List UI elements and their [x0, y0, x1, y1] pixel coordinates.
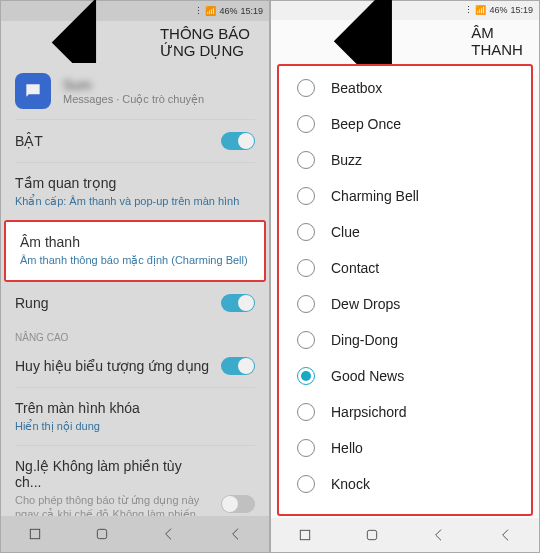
radio-icon[interactable]: [297, 115, 315, 133]
sound-label: Knock: [331, 476, 370, 492]
menu-nav-icon[interactable]: [498, 527, 514, 543]
svg-rect-3: [367, 530, 376, 539]
messages-icon: [15, 73, 51, 109]
dnd-title: Ng.lệ Không làm phiền tùy ch...: [15, 458, 205, 490]
menu-nav-icon[interactable]: [228, 526, 244, 542]
page-title: THÔNG BÁO ỨNG DỤNG: [160, 25, 257, 60]
sound-item[interactable]: Knock: [279, 466, 531, 502]
radio-icon[interactable]: [297, 187, 315, 205]
badge-toggle[interactable]: [221, 357, 255, 375]
sound-label: Good News: [331, 368, 404, 384]
app-name: Sum: [63, 77, 255, 93]
lock-title: Trên màn hình khóa: [15, 400, 140, 416]
dnd-row[interactable]: Ng.lệ Không làm phiền tùy ch... Cho phép…: [1, 446, 269, 516]
sound-label: Buzz: [331, 152, 362, 168]
on-label: BẬT: [15, 133, 43, 149]
sound-item[interactable]: Harpsichord: [279, 394, 531, 430]
radio-icon[interactable]: [297, 439, 315, 457]
radio-icon[interactable]: [297, 403, 315, 421]
sound-sub: Âm thanh thông báo mặc định (Charming Be…: [20, 253, 248, 267]
sound-item[interactable]: Beatbox: [279, 70, 531, 106]
back-nav-icon[interactable]: [161, 526, 177, 542]
sound-row[interactable]: Âm thanh Âm thanh thông báo mặc định (Ch…: [6, 222, 264, 279]
sound-item[interactable]: Buzz: [279, 142, 531, 178]
nav-bar: [271, 518, 539, 552]
svg-rect-2: [300, 530, 309, 539]
nav-bar: [1, 516, 269, 552]
sound-label: Charming Bell: [331, 188, 419, 204]
sound-item[interactable]: Charming Bell: [279, 178, 531, 214]
sound-label: Dew Drops: [331, 296, 400, 312]
badge-label: Huy hiệu biểu tượng ứng dụng: [15, 358, 209, 374]
sound-item[interactable]: Contact: [279, 250, 531, 286]
on-toggle[interactable]: [221, 132, 255, 150]
badge-row[interactable]: Huy hiệu biểu tượng ứng dụng: [1, 345, 269, 387]
app-row: Sum Messages · Cuộc trò chuyện: [1, 63, 269, 119]
dnd-sub: Cho phép thông báo từ ứng dụng này ngay …: [15, 493, 205, 516]
page-title: ÂM THANH: [471, 24, 527, 58]
home-icon[interactable]: [94, 526, 110, 542]
radio-icon[interactable]: [297, 331, 315, 349]
sound-label: Clue: [331, 224, 360, 240]
radio-icon[interactable]: [297, 223, 315, 241]
sound-list: BeatboxBeep OnceBuzzCharming BellClueCon…: [277, 64, 533, 516]
importance-title: Tầm quan trọng: [15, 175, 239, 191]
app-sub: Messages · Cuộc trò chuyện: [63, 93, 255, 106]
sound-label: Hello: [331, 440, 363, 456]
sound-item[interactable]: Ding-Dong: [279, 322, 531, 358]
sound-label: Contact: [331, 260, 379, 276]
radio-icon[interactable]: [297, 79, 315, 97]
sound-item[interactable]: Beep Once: [279, 106, 531, 142]
radio-icon[interactable]: [297, 151, 315, 169]
vibrate-label: Rung: [15, 295, 48, 311]
sound-label: Harpsichord: [331, 404, 406, 420]
vibrate-row[interactable]: Rung: [1, 282, 269, 324]
svg-rect-0: [30, 529, 39, 538]
advanced-header: NÂNG CAO: [1, 324, 269, 345]
importance-sub: Khẩn cấp: Âm thanh và pop-up trên màn hì…: [15, 194, 239, 208]
radio-icon[interactable]: [297, 475, 315, 493]
home-icon[interactable]: [364, 527, 380, 543]
sound-title: Âm thanh: [20, 234, 248, 250]
svg-rect-1: [97, 529, 106, 538]
header: THÔNG BÁO ỨNG DỤNG: [1, 21, 269, 63]
recents-icon[interactable]: [27, 526, 43, 542]
sound-label: Beep Once: [331, 116, 401, 132]
radio-icon[interactable]: [297, 367, 315, 385]
sound-item[interactable]: Dew Drops: [279, 286, 531, 322]
sound-item[interactable]: Good News: [279, 358, 531, 394]
sound-item[interactable]: Clue: [279, 214, 531, 250]
lock-sub: Hiển thị nội dung: [15, 419, 140, 433]
toggle-on-row[interactable]: BẬT: [1, 120, 269, 162]
header: ÂM THANH: [271, 20, 539, 62]
sound-label: Ding-Dong: [331, 332, 398, 348]
vibrate-toggle[interactable]: [221, 294, 255, 312]
back-nav-icon[interactable]: [431, 527, 447, 543]
lockscreen-row[interactable]: Trên màn hình khóa Hiển thị nội dung: [1, 388, 269, 445]
radio-icon[interactable]: [297, 259, 315, 277]
recents-icon[interactable]: [297, 527, 313, 543]
importance-row[interactable]: Tầm quan trọng Khẩn cấp: Âm thanh và pop…: [1, 163, 269, 220]
dnd-toggle[interactable]: [221, 495, 255, 513]
sound-label: Beatbox: [331, 80, 382, 96]
radio-icon[interactable]: [297, 295, 315, 313]
sound-item[interactable]: Hello: [279, 430, 531, 466]
